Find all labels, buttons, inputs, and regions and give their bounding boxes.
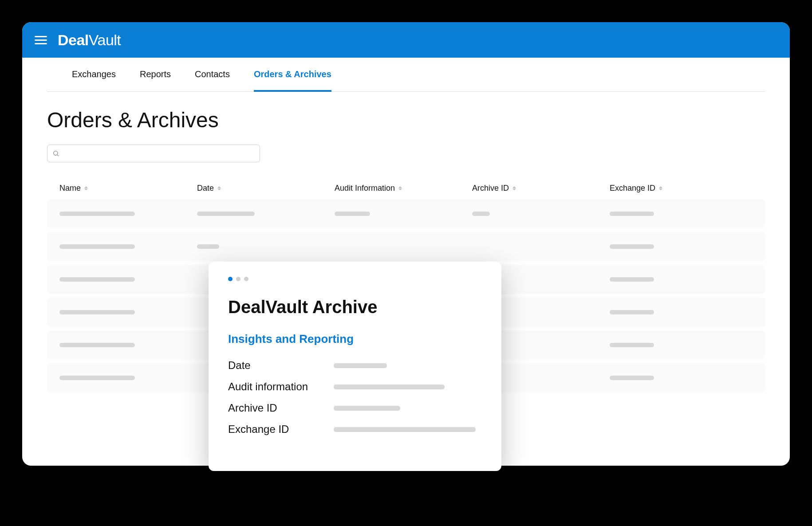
skeleton — [610, 244, 654, 249]
popup-field-audit: Audit information — [228, 381, 482, 393]
sort-icon — [217, 186, 221, 190]
skeleton — [472, 212, 490, 216]
column-date[interactable]: Date — [197, 184, 335, 193]
sort-icon — [659, 186, 662, 190]
skeleton — [197, 212, 255, 216]
nav-tabs: Exchanges Reports Contacts Orders & Arch… — [47, 58, 765, 92]
sort-icon — [398, 186, 402, 190]
popup-title: DealVault Archive — [228, 297, 482, 317]
skeleton — [610, 343, 654, 347]
menu-icon[interactable] — [33, 34, 49, 46]
skeleton — [334, 427, 476, 432]
svg-point-0 — [54, 151, 58, 155]
dot[interactable] — [244, 277, 248, 281]
table-row[interactable] — [47, 199, 765, 228]
skeleton — [334, 363, 387, 368]
sort-icon — [512, 186, 516, 190]
svg-line-1 — [57, 155, 59, 156]
column-name[interactable]: Name — [59, 184, 197, 193]
column-audit[interactable]: Audit Information — [335, 184, 472, 193]
skeleton — [610, 310, 654, 314]
column-label: Archive ID — [472, 184, 509, 193]
skeleton — [610, 277, 654, 282]
tab-exchanges[interactable]: Exchanges — [72, 58, 116, 92]
skeleton — [610, 212, 654, 216]
tab-orders-archives[interactable]: Orders & Archives — [254, 58, 331, 92]
skeleton — [59, 310, 135, 314]
search-icon — [52, 150, 59, 157]
sort-icon — [84, 186, 88, 190]
search-wrap — [47, 145, 260, 162]
skeleton — [59, 212, 135, 216]
column-label: Audit Information — [335, 184, 395, 193]
table-header: Name Date Audit Information Archive ID E… — [47, 177, 765, 199]
popup-label: Archive ID — [228, 402, 321, 414]
tab-reports[interactable]: Reports — [140, 58, 171, 92]
skeleton — [334, 406, 400, 411]
skeleton — [59, 376, 135, 380]
popup-field-exchange-id: Exchange ID — [228, 423, 482, 436]
search-input[interactable] — [47, 145, 260, 162]
column-exchange-id[interactable]: Exchange ID — [610, 184, 753, 193]
header-bar: DealVault — [22, 22, 790, 58]
popup-label: Exchange ID — [228, 423, 321, 436]
popup-label: Date — [228, 359, 321, 372]
skeleton — [197, 244, 219, 249]
column-label: Exchange ID — [610, 184, 655, 193]
skeleton — [59, 343, 135, 347]
popup-label: Audit information — [228, 381, 321, 393]
dot[interactable] — [236, 277, 240, 281]
skeleton — [610, 376, 654, 380]
carousel-dots[interactable] — [228, 277, 482, 281]
popup-subtitle: Insights and Reporting — [228, 332, 482, 346]
skeleton — [59, 277, 135, 282]
brand-logo: DealVault — [58, 31, 121, 49]
dot-active[interactable] — [228, 277, 233, 281]
popup-field-date: Date — [228, 359, 482, 372]
column-label: Date — [197, 184, 214, 193]
table-row[interactable] — [47, 232, 765, 261]
tab-contacts[interactable]: Contacts — [195, 58, 230, 92]
brand-bold: Deal — [58, 31, 89, 48]
page-title: Orders & Archives — [47, 108, 765, 132]
column-archive-id[interactable]: Archive ID — [472, 184, 610, 193]
popup-field-archive-id: Archive ID — [228, 402, 482, 414]
skeleton — [59, 244, 135, 249]
brand-light: Vault — [89, 31, 121, 48]
skeleton — [335, 212, 370, 216]
column-label: Name — [59, 184, 81, 193]
archive-popup: DealVault Archive Insights and Reporting… — [209, 262, 501, 471]
skeleton — [334, 385, 445, 389]
